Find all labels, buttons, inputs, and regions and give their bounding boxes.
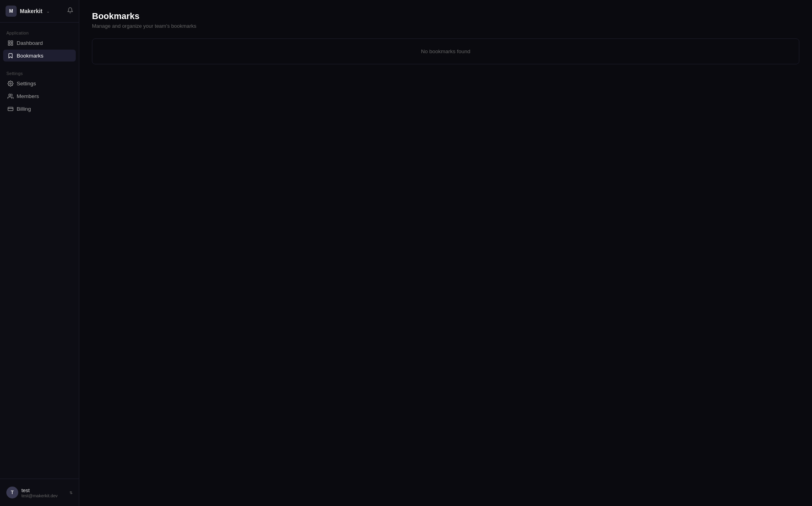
svg-point-4 [10,83,11,84]
sidebar-item-settings[interactable]: Settings [3,77,76,89]
empty-state-text: No bookmarks found [421,48,471,54]
logo-avatar: M [6,6,17,17]
sidebar-nav: Application Dashboard Bookmarks Set [0,23,79,479]
sidebar-item-dashboard-label: Dashboard [17,40,43,46]
sidebar-item-bookmarks[interactable]: Bookmarks [3,50,76,62]
svg-rect-2 [11,43,12,45]
sidebar-item-members-label: Members [17,93,39,99]
bookmarks-icon [7,52,13,59]
sidebar-item-bookmarks-label: Bookmarks [17,53,44,59]
sidebar-item-billing-label: Billing [17,106,31,112]
user-name: test [21,487,66,493]
main-content: Bookmarks Manage and organize your team'… [79,0,812,506]
sidebar-header: M Makerkit ⌄ [0,0,79,23]
main-content-area: Bookmarks Manage and organize your team'… [79,0,812,506]
bell-icon[interactable] [67,7,73,15]
logo-area[interactable]: M Makerkit ⌄ [6,6,50,17]
svg-point-5 [9,94,11,96]
gear-icon [7,80,13,87]
application-section-label: Application [3,27,76,37]
user-row[interactable]: T test test@makerkit.dev ⇅ [3,484,76,501]
dashboard-icon [7,40,13,46]
sidebar-item-billing[interactable]: Billing [3,103,76,115]
app-name: Makerkit [20,8,42,14]
settings-section: Settings Settings [3,68,76,115]
svg-rect-1 [11,40,12,42]
empty-state-box: No bookmarks found [92,38,799,64]
sidebar: M Makerkit ⌄ Application Dashboard [0,0,79,506]
settings-section-label: Settings [3,68,76,77]
svg-rect-6 [8,107,13,111]
page-subtitle: Manage and organize your team's bookmark… [92,23,799,29]
expand-icon: ⇅ [69,491,73,495]
svg-rect-0 [8,40,10,42]
page-title: Bookmarks [92,11,799,21]
user-email: test@makerkit.dev [21,493,66,498]
members-icon [7,93,13,99]
billing-icon [7,106,13,112]
user-info: test test@makerkit.dev [21,487,66,498]
sidebar-item-members[interactable]: Members [3,90,76,102]
sidebar-item-settings-label: Settings [17,81,36,87]
sidebar-item-dashboard[interactable]: Dashboard [3,37,76,49]
sidebar-footer: T test test@makerkit.dev ⇅ [0,479,79,506]
chevron-down-icon: ⌄ [46,9,50,13]
avatar: T [6,487,18,498]
svg-rect-3 [8,43,10,45]
